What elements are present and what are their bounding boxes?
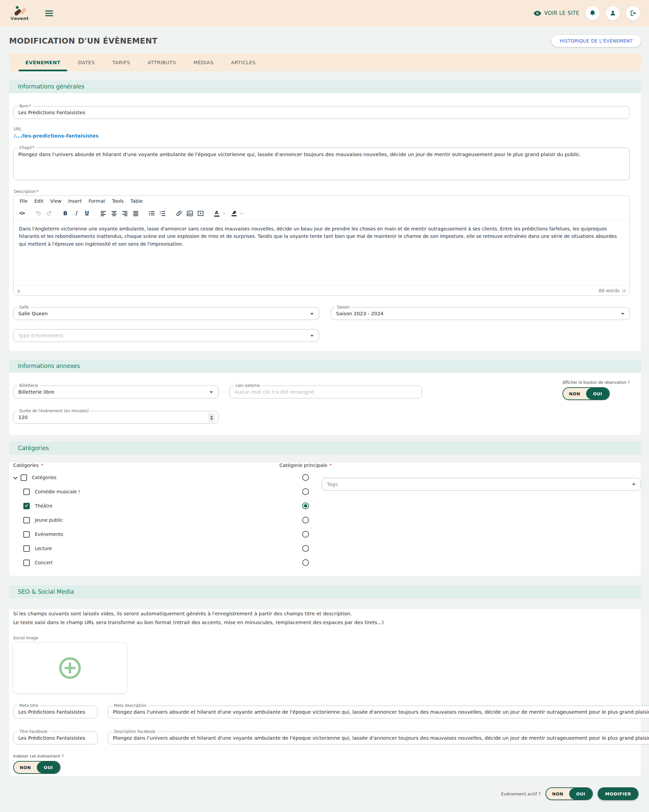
underline-icon[interactable]: U [82,208,92,218]
category-checkbox[interactable] [23,560,30,566]
user-account-button[interactable] [606,6,620,20]
salle-select[interactable]: Salle Salle Queen [13,307,319,320]
meta-description-value: Plongez dans l'univers absurde et hilara… [108,706,649,718]
titre-facebook-label: Titre Facebook [18,729,49,734]
billetterie-value: Billetterie libre [14,386,218,398]
nom-field[interactable]: Nom* Les Prédictions Fantaisistes [13,106,630,119]
category-checkbox[interactable] [23,545,30,552]
url-link[interactable]: /.../les-predictions-fantaisistes [14,133,630,139]
bold-icon[interactable]: B [60,208,70,218]
main-category-radio[interactable] [302,502,309,509]
resize-handle[interactable] [622,289,626,293]
main-category-radio[interactable] [302,488,309,495]
tabbar: EVÈNEMENT DATES TARIFS ATTRIBUTS MÉDIAS … [9,54,641,71]
meta-description-field[interactable]: Meta description Plongez dans l'univers … [108,705,649,718]
saison-select[interactable]: Saison Saison 2023 - 2024 [331,307,630,320]
category-checkbox[interactable] [23,503,30,509]
active-toggle[interactable]: NON OUI [545,788,593,800]
main-category-radio[interactable] [302,559,309,566]
numbered-list-icon[interactable]: 12 [157,208,168,218]
meta-titre-field[interactable]: Meta titre Les Prédictions Fantaisistes [13,705,98,718]
tab-tarifs[interactable]: TARIFS [104,54,139,71]
logout-button[interactable] [626,6,640,20]
index-toggle[interactable]: NON OUI [13,761,61,774]
toggle-non[interactable]: NON [546,788,569,800]
main-category-radio[interactable] [302,474,309,481]
element-path[interactable]: p [18,288,20,293]
view-site-link[interactable]: VOIR LE SITE [534,10,579,16]
tab-evenement[interactable]: EVÈNEMENT [17,54,69,71]
description-content[interactable]: Dans l'Angleterre victorienne une voyant… [14,220,629,285]
social-image-upload[interactable] [13,643,127,693]
category-tree: Catégories Comédie musicale ! Théâtre Je… [13,470,630,570]
align-justify-icon[interactable] [130,208,140,218]
app-header: Vevent VOIR LE SITE [0,0,649,26]
tab-attributs[interactable]: ATTRIBUTS [139,54,185,71]
toggle-oui[interactable]: OUI [586,388,609,400]
insert-media-icon[interactable] [195,208,206,218]
category-row: Evénements [13,527,630,541]
text-color-icon[interactable]: A [212,208,222,218]
highlight-color-dropdown-icon[interactable] [240,211,243,215]
link-icon[interactable] [174,208,184,218]
toggle-oui[interactable]: OUI [569,788,592,800]
toggle-oui[interactable]: OUI [37,762,60,773]
bullet-list-icon[interactable] [147,208,157,218]
tab-medias[interactable]: MÉDIAS [185,54,222,71]
toggle-non[interactable]: NON [14,762,37,773]
reservation-toggle[interactable]: NON OUI [562,387,610,400]
billetterie-select[interactable]: Billetterie Billetterie libre [13,386,218,398]
section-title: SEO & Social Media [9,585,641,598]
eye-icon [534,11,541,16]
category-checkbox[interactable] [23,531,30,537]
lien-externe-field[interactable]: Lien externe Aucun mot clé n'a été rense… [229,386,422,398]
duree-field[interactable]: Durée de l'évènement (en minutes) 120 [13,411,218,424]
event-history-button[interactable]: HISTORIQUE DE L'ÉVÉNEMENT [552,35,641,47]
highlight-color-icon[interactable] [229,208,239,218]
titre-facebook-field[interactable]: Titre Facebook Les Prédictions Fantaisis… [13,731,98,745]
editor-menu-format[interactable]: Format [86,197,108,205]
editor-menu-file[interactable]: File [17,197,31,205]
menu-hamburger-icon[interactable] [45,9,53,18]
chevron-down-icon [209,391,213,393]
undo-icon[interactable] [33,208,43,218]
editor-menubar: File Edit View Insert Format Tools Table [14,195,629,206]
insert-image-icon[interactable] [185,208,195,218]
align-center-icon[interactable] [109,208,119,218]
toggle-non[interactable]: NON [563,388,586,400]
number-stepper[interactable] [208,413,215,423]
category-row: Théâtre [13,499,630,513]
chapo-value: Plongez dans l'univers absurde et hilara… [14,148,629,159]
editor-menu-view[interactable]: View [47,197,64,205]
editor-menu-table[interactable]: Table [127,197,146,205]
tab-articles[interactable]: ARTICLES [222,54,265,71]
align-left-icon[interactable] [98,208,108,218]
brand-name: Vevent [11,16,28,21]
tab-dates[interactable]: DATES [69,54,104,71]
app-logo[interactable]: Vevent [9,6,31,21]
main-category-radio[interactable] [302,545,309,552]
chevron-down-icon[interactable] [13,475,18,479]
editor-menu-edit[interactable]: Edit [31,197,46,205]
notifications-button[interactable] [585,6,600,20]
text-color-dropdown-icon[interactable] [223,211,226,215]
word-count[interactable]: 88 words [599,288,620,293]
modifier-button[interactable]: MODIFIER [598,788,638,800]
main-category-radio[interactable] [302,517,309,524]
duree-label: Durée de l'évènement (en minutes) [18,409,90,413]
user-icon [609,10,616,17]
source-code-icon[interactable]: <> [17,208,27,218]
editor-menu-insert[interactable]: Insert [65,197,85,205]
category-checkbox[interactable] [21,475,27,481]
redo-icon[interactable] [44,208,54,218]
category-checkbox[interactable] [23,488,30,495]
category-checkbox[interactable] [23,517,30,524]
align-right-icon[interactable] [120,208,130,218]
type-evenement-select[interactable]: Type d'évènement [13,329,319,342]
category-row: Lecture [13,541,630,556]
italic-icon[interactable]: I [71,208,81,218]
editor-menu-tools[interactable]: Tools [109,197,127,205]
chapo-field[interactable]: Chapô* Plongez dans l'univers absurde et… [13,148,630,180]
main-category-radio[interactable] [302,531,309,537]
description-facebook-field[interactable]: Description Facebook Plongez dans l'univ… [108,731,649,745]
